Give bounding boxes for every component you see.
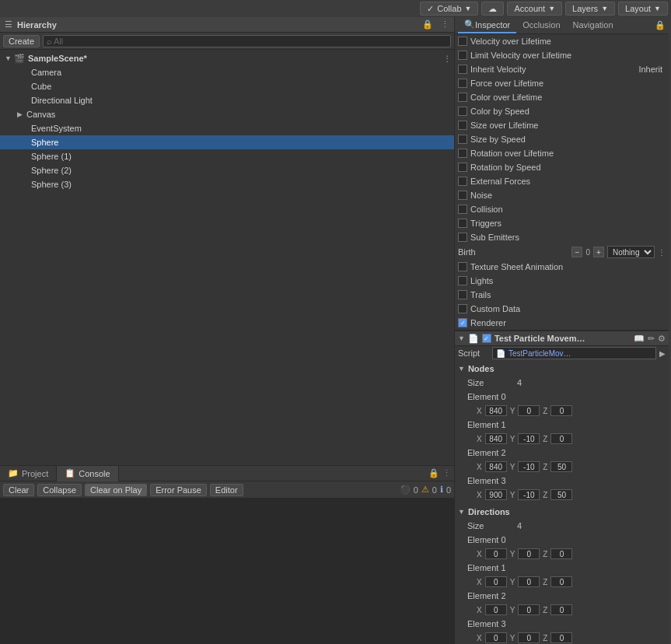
directions-header[interactable]: ▼ Directions (455, 505, 669, 519)
create-button[interactable]: Create (3, 35, 40, 47)
hierarchy-item-sphere[interactable]: Sphere (0, 135, 454, 149)
hierarchy-lock-icon[interactable]: 🔒 (422, 19, 433, 30)
size-lifetime-checkbox[interactable] (458, 121, 467, 130)
component-ref-icon[interactable]: 📖 (634, 334, 645, 344)
color-lifetime-checkbox[interactable] (458, 93, 467, 102)
renderer-checkbox[interactable] (458, 318, 467, 327)
collision-checkbox[interactable] (458, 205, 467, 214)
dir-3-y[interactable] (518, 632, 540, 643)
dir-1-x[interactable] (485, 576, 507, 587)
birth-select[interactable]: Nothing (607, 246, 655, 258)
dir-1-z[interactable] (550, 576, 572, 587)
node-2-x[interactable] (485, 461, 507, 472)
hierarchy-menu-icon[interactable]: ⋮ (441, 19, 449, 30)
particle-section-velocity-lifetime[interactable]: Velocity over Lifetime (455, 34, 669, 48)
node-0-z[interactable] (550, 405, 572, 416)
collab-button[interactable]: ✓ Collab ▼ (420, 2, 478, 16)
script-arrow-icon[interactable]: ▶ (659, 349, 666, 358)
hierarchy-item-directional-light[interactable]: Directional Light (0, 93, 454, 107)
particle-section-limit-velocity[interactable]: Limit Velocity over Lifetime (455, 48, 669, 62)
particle-section-rotation-speed[interactable]: Rotation by Speed (455, 160, 669, 174)
clear-button[interactable]: Clear (3, 484, 34, 496)
triggers-checkbox[interactable] (458, 219, 467, 228)
velocity-lifetime-checkbox[interactable] (458, 37, 467, 46)
size-speed-checkbox[interactable] (458, 135, 467, 144)
particle-section-lights[interactable]: Lights (455, 274, 669, 288)
script-value[interactable]: 📄 TestParticleMov… (492, 347, 656, 359)
cloud-button[interactable]: ☁ (481, 2, 504, 16)
node-0-x[interactable] (485, 405, 507, 416)
color-speed-checkbox[interactable] (458, 107, 467, 116)
particle-section-custom-data[interactable]: Custom Data (455, 302, 669, 316)
particle-section-texture-sheet[interactable]: Texture Sheet Animation (455, 260, 669, 274)
particle-section-force-lifetime[interactable]: Force over Lifetime (455, 76, 669, 90)
particle-section-color-speed[interactable]: Color by Speed (455, 104, 669, 118)
dir-0-y[interactable] (518, 548, 540, 559)
particle-section-color-lifetime[interactable]: Color over Lifetime (455, 90, 669, 104)
inspector-lock-icon[interactable]: 🔒 (655, 20, 666, 30)
birth-menu-icon[interactable]: ⋮ (658, 248, 666, 257)
texture-sheet-checkbox[interactable] (458, 262, 467, 271)
hierarchy-item-sphere-3[interactable]: Sphere (3) (0, 177, 454, 191)
bottom-menu-icon[interactable]: ⋮ (442, 468, 451, 478)
layers-button[interactable]: Layers ▼ (565, 2, 615, 16)
lights-checkbox[interactable] (458, 276, 467, 285)
dir-2-z[interactable] (550, 604, 572, 615)
birth-minus-button[interactable]: − (571, 247, 582, 257)
project-tab[interactable]: 📁 Project (0, 466, 57, 481)
hierarchy-item-sphere-1[interactable]: Sphere (1) (0, 149, 454, 163)
bottom-lock-icon[interactable]: 🔒 (428, 468, 439, 478)
layout-button[interactable]: Layout ▼ (618, 2, 668, 16)
sub-emitters-checkbox[interactable] (458, 233, 467, 242)
particle-section-renderer[interactable]: Renderer (455, 316, 669, 330)
particle-section-rotation-lifetime[interactable]: Rotation over Lifetime (455, 146, 669, 160)
component-menu-icon[interactable]: ⚙ (658, 334, 666, 344)
clear-on-play-button[interactable]: Clear on Play (85, 484, 147, 496)
component-edit-icon[interactable]: ✏ (648, 334, 655, 344)
birth-plus-button[interactable]: + (593, 247, 604, 257)
dir-2-x[interactable] (485, 604, 507, 615)
node-3-x[interactable] (485, 489, 507, 500)
editor-button[interactable]: Editor (210, 484, 243, 496)
particle-section-sub-emitters[interactable]: Sub Emitters (455, 230, 669, 244)
hierarchy-item-canvas[interactable]: ▶ Canvas (0, 107, 454, 121)
hierarchy-item-eventsystem[interactable]: EventSystem (0, 121, 454, 135)
particle-section-inherit-velocity[interactable]: Inherit Velocity Inherit (455, 62, 669, 76)
component-header[interactable]: ▼ 📄 Test Particle Movem… 📖 ✏ ⚙ (455, 331, 669, 346)
particle-section-collision[interactable]: Collision (455, 202, 669, 216)
hierarchy-search[interactable]: ⌕ All (43, 35, 451, 47)
particle-section-triggers[interactable]: Triggers (455, 216, 669, 230)
hierarchy-item-cube[interactable]: Cube (0, 79, 454, 93)
rotation-speed-checkbox[interactable] (458, 163, 467, 172)
collapse-button[interactable]: Collapse (37, 484, 82, 496)
navigation-tab[interactable]: Navigation (567, 18, 620, 33)
rotation-lifetime-checkbox[interactable] (458, 149, 467, 158)
particle-section-trails[interactable]: Trails (455, 288, 669, 302)
hierarchy-item-sphere-2[interactable]: Sphere (2) (0, 163, 454, 177)
node-2-z[interactable] (550, 461, 572, 472)
dir-3-z[interactable] (550, 632, 572, 643)
trails-checkbox[interactable] (458, 290, 467, 299)
nodes-header[interactable]: ▼ Nodes (455, 362, 669, 376)
particle-section-size-lifetime[interactable]: Size over Lifetime (455, 118, 669, 132)
inherit-velocity-checkbox[interactable] (458, 65, 467, 74)
node-3-y[interactable] (518, 489, 540, 500)
node-1-z[interactable] (550, 433, 572, 444)
limit-velocity-checkbox[interactable] (458, 51, 467, 60)
external-forces-checkbox[interactable] (458, 177, 467, 186)
particle-section-size-speed[interactable]: Size by Speed (455, 132, 669, 146)
force-lifetime-checkbox[interactable] (458, 79, 467, 88)
component-enabled-checkbox[interactable] (482, 334, 491, 343)
dir-0-z[interactable] (550, 548, 572, 559)
particle-section-external-forces[interactable]: External Forces (455, 174, 669, 188)
node-1-x[interactable] (485, 433, 507, 444)
hierarchy-item-camera[interactable]: Camera (0, 65, 454, 79)
scene-options-icon[interactable]: ⋮ (443, 54, 451, 63)
console-tab[interactable]: 📋 Console (57, 466, 118, 481)
node-2-y[interactable] (518, 461, 540, 472)
node-0-y[interactable] (518, 405, 540, 416)
occlusion-tab[interactable]: Occlusion (516, 18, 566, 33)
dir-0-x[interactable] (485, 548, 507, 559)
inspector-tab[interactable]: 🔍 Inspector (458, 18, 516, 33)
dir-1-y[interactable] (518, 576, 540, 587)
